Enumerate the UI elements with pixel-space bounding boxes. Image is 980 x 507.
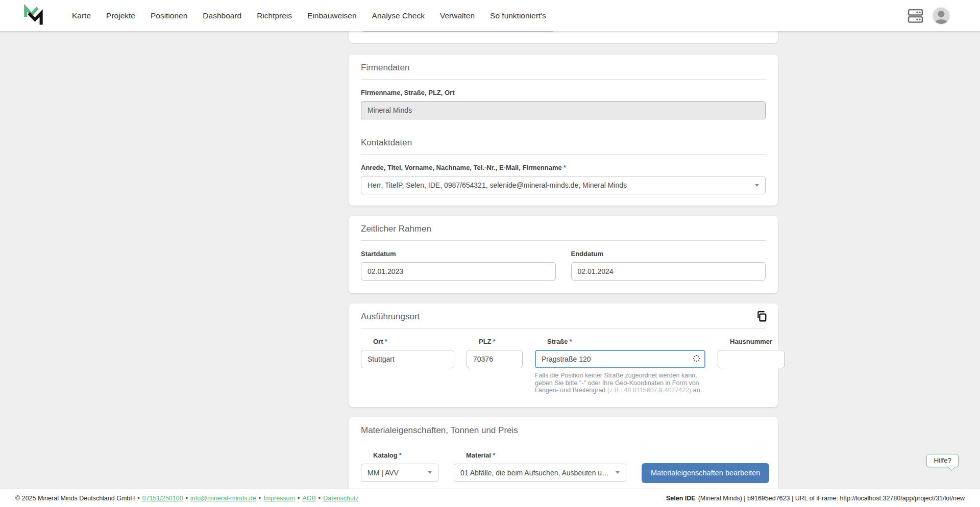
avatar-head: [938, 11, 945, 17]
company-name-input: [361, 101, 766, 119]
footer-datenschutz-link[interactable]: Datenschutz: [323, 495, 358, 502]
material-select[interactable]: 01 Abfälle, die beim Aufsuchen, Ausbeute…: [454, 464, 626, 482]
ort-input[interactable]: [361, 350, 454, 368]
footer-email-link[interactable]: info@mineral-minds.de: [190, 495, 256, 502]
end-date-label: Enddatum: [571, 250, 766, 258]
contact-select-value: Herr, TitelP, Selen, IDE, 0987/654321, s…: [368, 181, 627, 189]
help-bubble-button[interactable]: Hilfe?: [926, 454, 959, 467]
start-date-label: Startdatum: [361, 250, 556, 258]
strasse-input[interactable]: [535, 350, 705, 368]
plz-label-text: PLZ: [479, 338, 492, 345]
chevron-down-icon: [755, 184, 759, 187]
footer-phone-link[interactable]: 07151/250100: [142, 495, 183, 502]
footer-separator: •: [318, 495, 321, 502]
user-avatar-icon[interactable]: [932, 7, 950, 25]
card-company-data: Firmendaten Firmenname, Straße, PLZ, Ort…: [349, 55, 778, 206]
form-content-column: Firmendaten Firmenname, Straße, PLZ, Ort…: [349, 31, 778, 507]
katalog-select-value: MM | AVV: [368, 469, 399, 477]
plz-label: PLZ*: [479, 338, 510, 346]
chevron-down-icon: [616, 471, 620, 474]
helper-end-text: an.: [691, 387, 702, 394]
contact-select[interactable]: Herr, TitelP, Selen, IDE, 0987/654321, s…: [361, 176, 766, 194]
divider: [361, 79, 766, 80]
avatar-body: [935, 19, 948, 25]
edit-material-properties-button[interactable]: Materialeigenschaften bearbeiten: [642, 463, 769, 483]
nav-item-dashboard[interactable]: Dashboard: [203, 11, 241, 20]
material-label-text: Material: [466, 451, 491, 459]
plz-input[interactable]: [467, 350, 523, 368]
nav-item-analyse-check[interactable]: Analyse Check: [372, 11, 425, 20]
footer-separator: •: [298, 495, 300, 502]
helper-example-text: (z.B.: 48.8115607,9.4077422): [607, 387, 691, 394]
section-title-ausfuehrungsort: Ausführungsort: [349, 303, 432, 328]
nav-item-einbauweisen[interactable]: Einbauweisen: [307, 11, 357, 20]
card-timeframe: Zeitlicher Rahmen Startdatum Enddatum: [349, 216, 778, 293]
material-select-value: 01 Abfälle, die beim Aufsuchen, Ausbeute…: [460, 469, 611, 477]
strasse-label: Straße*: [547, 338, 693, 346]
end-date-input[interactable]: [571, 262, 766, 281]
material-label: Material*: [466, 451, 614, 460]
required-asterisk: *: [493, 338, 496, 345]
section-title-kontaktdaten: Kontaktdaten: [349, 130, 778, 154]
nav-item-projekte[interactable]: Projekte: [106, 11, 135, 20]
card-location: Ausführungsort Ort* PLZ*: [349, 303, 778, 407]
top-navigation-bar: Karte Projekte Positionen Dashboard Rich…: [0, 0, 980, 31]
ort-label-text: Ort: [373, 338, 383, 345]
required-asterisk: *: [564, 164, 566, 171]
divider: [361, 154, 766, 155]
footer-agb-link[interactable]: AGB: [302, 495, 315, 502]
footer-copyright: © 2025 Mineral Minds Deutschland GmbH: [15, 495, 135, 502]
loading-spinner-icon: [693, 355, 700, 362]
nav-item-richtpreis[interactable]: Richtpreis: [257, 11, 292, 20]
required-asterisk: *: [569, 338, 572, 345]
footer-app-name: Selen IDE: [666, 495, 696, 502]
nav-item-so-funktionierts[interactable]: So funktioniert's: [490, 11, 546, 20]
required-asterisk: *: [493, 451, 495, 459]
required-asterisk: *: [399, 451, 402, 459]
strasse-helper-text: Falls die Position keiner Straße zugeord…: [535, 372, 705, 394]
strasse-label-text: Straße: [547, 338, 568, 345]
footer-separator: •: [137, 495, 139, 502]
katalog-select[interactable]: MM | AVV: [361, 464, 438, 482]
section-title-firmendaten: Firmendaten: [349, 55, 778, 79]
mineral-minds-logo-icon[interactable]: [23, 4, 43, 28]
hausnummer-input[interactable]: [718, 350, 785, 368]
hausnummer-label: Hausnummer: [730, 338, 772, 346]
main-nav: Karte Projekte Positionen Dashboard Rich…: [72, 11, 546, 20]
chevron-down-icon: [428, 471, 432, 474]
footer-separator: •: [259, 495, 261, 502]
section-title-zeitlicher-rahmen: Zeitlicher Rahmen: [349, 216, 778, 240]
server-rack-icon[interactable]: [908, 8, 924, 23]
section-title-material: Materialeigenschaften, Tonnen und Preis: [349, 417, 778, 442]
contact-label: Anrede, Titel, Vorname, Nachname, Tel.-N…: [361, 164, 766, 172]
katalog-label: Katalog*: [373, 451, 426, 460]
required-asterisk: *: [385, 338, 387, 345]
copy-location-icon[interactable]: [756, 311, 767, 322]
katalog-label-text: Katalog: [373, 451, 398, 459]
contact-label-text: Anrede, Titel, Vorname, Nachname, Tel.-N…: [361, 164, 562, 171]
ort-label: Ort*: [373, 338, 442, 346]
footer-bar: © 2025 Mineral Minds Deutschland GmbH • …: [0, 489, 980, 507]
nav-item-verwalten[interactable]: Verwalten: [440, 11, 475, 20]
company-name-label: Firmenname, Straße, PLZ, Ort: [361, 89, 766, 97]
footer-impressum-link[interactable]: Impressum: [263, 495, 295, 502]
nav-item-positionen[interactable]: Positionen: [151, 11, 187, 20]
footer-session-info: (Mineral Minds) | b91695ed7623 | URL of …: [698, 495, 965, 502]
footer-separator: •: [186, 495, 188, 502]
nav-item-karte[interactable]: Karte: [72, 11, 91, 20]
start-date-input[interactable]: [361, 262, 556, 281]
